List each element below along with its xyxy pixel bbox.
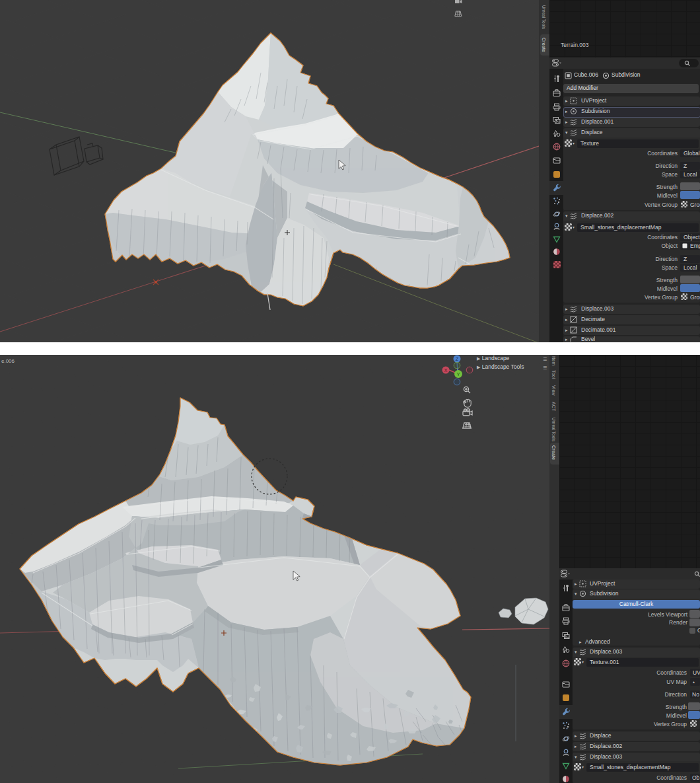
- svg-text:Z: Z: [456, 357, 459, 361]
- svg-text:Y: Y: [456, 371, 460, 377]
- svg-text:X: X: [444, 368, 448, 373]
